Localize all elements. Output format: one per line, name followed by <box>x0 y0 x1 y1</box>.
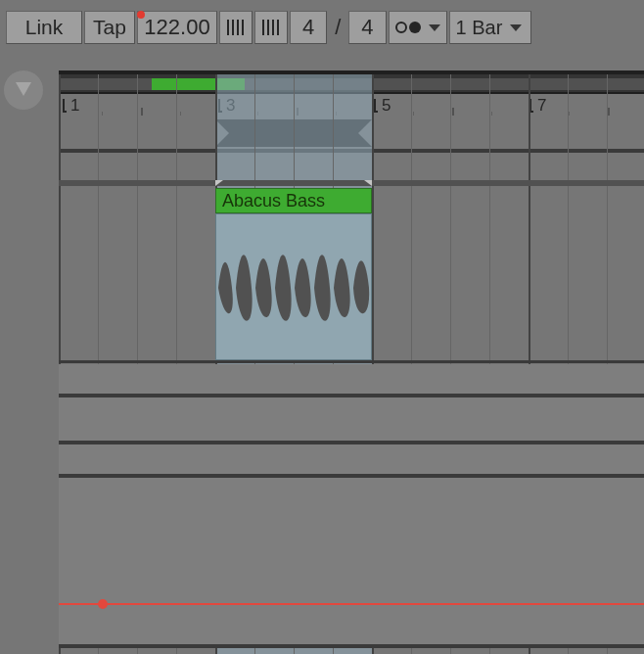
tempo-field[interactable]: 122.00 <box>137 11 217 44</box>
ruler-bar-label: 1 <box>70 96 79 116</box>
automation-lane[interactable] <box>59 478 644 644</box>
metronome-icon <box>261 18 281 37</box>
track-divider <box>59 644 644 648</box>
play-down-icon <box>12 78 35 102</box>
overdub-icon <box>395 22 421 33</box>
arrangement-play-toggle[interactable] <box>4 70 43 110</box>
arrangement-view: 1 3 5 7 Abacus Bass <box>59 70 644 654</box>
chevron-down-icon <box>510 24 522 31</box>
tempo-value: 122.00 <box>144 15 209 40</box>
clip-name: Abacus Bass <box>222 191 325 211</box>
track-divider <box>59 360 644 363</box>
chevron-down-icon <box>429 24 440 31</box>
clip-start-marker-icon[interactable] <box>215 180 223 186</box>
metronome-icon <box>226 18 246 37</box>
quantize-value: 1 Bar <box>456 17 503 39</box>
metronome-button-1[interactable] <box>219 11 253 44</box>
time-sig-numerator[interactable]: 4 <box>290 11 327 44</box>
time-sig-denominator[interactable]: 4 <box>348 11 386 44</box>
ruler-bar-label: 5 <box>382 96 391 116</box>
tempo-automation-indicator-icon <box>137 11 145 19</box>
track-lane[interactable] <box>59 444 644 474</box>
track-lane[interactable] <box>59 397 644 441</box>
overdub-mode-dropdown[interactable] <box>389 11 447 44</box>
automation-breakpoint[interactable] <box>98 599 108 609</box>
top-toolbar: Link Tap 122.00 4 / 4 1 Bar <box>0 0 644 55</box>
clip-waveform[interactable] <box>215 213 372 360</box>
ruler-bar-label: 7 <box>537 96 546 116</box>
track-lane[interactable] <box>59 364 644 394</box>
tap-tempo-button[interactable]: Tap <box>84 11 135 44</box>
clip-header[interactable]: Abacus Bass <box>215 188 372 213</box>
clip-end-marker-icon[interactable] <box>364 180 372 186</box>
svg-marker-8 <box>16 82 31 96</box>
link-button[interactable]: Link <box>6 11 82 44</box>
quantize-dropdown[interactable]: 1 Bar <box>449 11 531 44</box>
time-sig-separator: / <box>329 15 346 40</box>
metronome-button-2[interactable] <box>254 11 288 44</box>
waveform-icon <box>216 214 372 360</box>
automation-line[interactable] <box>59 603 644 605</box>
scene-strip <box>59 180 644 186</box>
